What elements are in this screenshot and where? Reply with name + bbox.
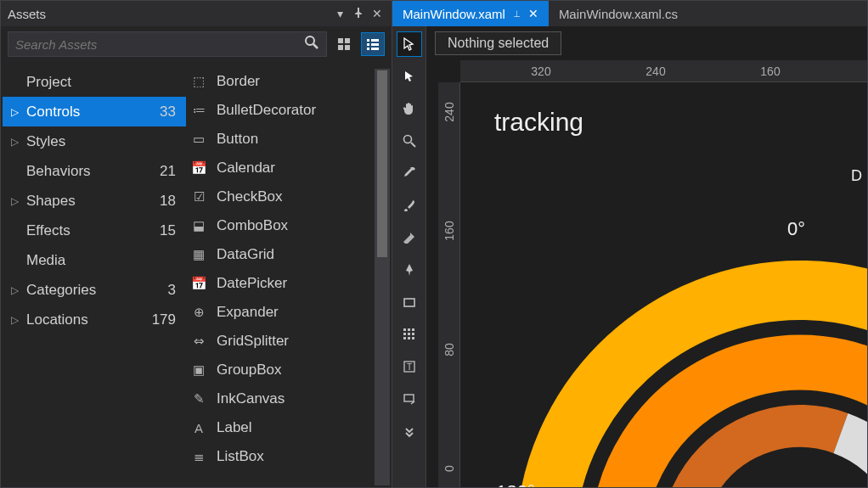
list-view-icon[interactable] [361, 32, 385, 56]
control-label: ListBox [217, 448, 264, 465]
gauge-chart: 0° -130° [507, 235, 867, 487]
brush-tool-icon[interactable] [397, 193, 422, 218]
datepicker-icon: 📅 [189, 274, 208, 293]
svg-rect-18 [403, 333, 406, 335]
category-count: 21 [160, 163, 176, 180]
close-icon[interactable]: ✕ [369, 7, 385, 20]
button-icon: ▭ [189, 130, 208, 149]
control-item-checkbox[interactable]: ☑ CheckBox [186, 182, 375, 211]
svg-rect-5 [345, 45, 350, 50]
calendar-icon: 📅 [189, 159, 208, 177]
tab-mainwindow-xaml[interactable]: MainWindow.xaml⟂ ✕ [392, 1, 549, 26]
pin-icon[interactable] [351, 7, 366, 20]
tab-mainwindow-xaml-cs[interactable]: MainWindow.xaml.cs [549, 1, 688, 26]
category-label: Styles [26, 133, 176, 150]
grid-view-icon[interactable] [332, 32, 356, 56]
control-item-button[interactable]: ▭ Button [186, 125, 375, 154]
design-toolbar: T [392, 26, 426, 487]
rect-tool-icon[interactable] [397, 289, 422, 315]
search-row [1, 26, 392, 62]
gridsplitter-icon: ⇔ [189, 332, 208, 351]
control-item-groupbox[interactable]: ▣ GroupBox [186, 356, 375, 384]
category-label: Categories [26, 282, 168, 299]
svg-rect-21 [403, 337, 406, 339]
eraser-icon[interactable] [397, 225, 422, 250]
zoom-tool-icon[interactable] [397, 128, 422, 154]
control-item-gridsplitter[interactable]: ⇔ GridSplitter [186, 327, 375, 356]
svg-rect-8 [367, 43, 369, 46]
pin-icon[interactable]: ⟂ [514, 8, 520, 20]
gauge-label-top: 0° [787, 218, 805, 240]
checkbox-icon: ☑ [189, 188, 208, 206]
scrollbar[interactable] [375, 69, 390, 485]
category-item-effects[interactable]: Effects 15 [3, 216, 186, 245]
category-count: 3 [168, 282, 176, 299]
controls-list: ⬚ Border≔ BulletDecorator▭ Button📅 Calen… [186, 67, 375, 487]
control-tool-icon[interactable] [397, 386, 422, 412]
category-label: Project [26, 74, 176, 91]
more-tools-icon[interactable] [397, 418, 422, 444]
control-item-datepicker[interactable]: 📅 DatePicker [186, 269, 375, 298]
control-label: BulletDecorator [217, 102, 316, 119]
category-item-controls[interactable]: ▷ Controls 33 [3, 97, 186, 126]
tab-label: MainWindow.xaml.cs [559, 7, 678, 21]
control-label: DatePicker [217, 275, 287, 292]
selection-tool-icon[interactable] [397, 31, 422, 57]
search-icon[interactable] [304, 35, 319, 54]
control-item-combobox[interactable]: ⬓ ComboBox [186, 211, 375, 240]
chevron-right-icon: ▷ [11, 136, 26, 148]
control-item-listbox[interactable]: ≣ ListBox [186, 442, 375, 471]
chevron-right-icon: ▷ [11, 106, 26, 118]
svg-rect-2 [338, 38, 343, 43]
category-item-categories[interactable]: ▷ Categories 3 [3, 275, 186, 305]
category-item-project[interactable]: Project [3, 67, 186, 97]
gauge-arc-inner [681, 426, 841, 487]
canvas-area: T Nothing selected 32024016080 240160800… [392, 26, 867, 487]
selection-label: Nothing selected [435, 31, 561, 55]
control-item-border[interactable]: ⬚ Border [186, 67, 375, 96]
control-item-label[interactable]: A Label [186, 413, 375, 442]
eyedropper-icon[interactable] [397, 160, 422, 186]
category-label: Shapes [26, 193, 160, 210]
svg-rect-7 [371, 39, 379, 42]
pan-tool-icon[interactable] [397, 96, 422, 121]
design-canvas[interactable]: tracking D 0° -130° [460, 82, 867, 487]
category-item-locations[interactable]: ▷ Locations 179 [3, 305, 186, 334]
control-label: Expander [217, 304, 279, 321]
pen-tool-icon[interactable] [397, 257, 422, 283]
svg-text:T: T [406, 362, 411, 372]
search-box[interactable] [8, 31, 327, 57]
category-list: Project ▷ Controls 33▷ Styles Behaviors … [1, 67, 186, 487]
control-item-calendar[interactable]: 📅 Calendar [186, 154, 375, 182]
category-item-media[interactable]: Media [3, 245, 186, 275]
chevron-right-icon: ▷ [11, 314, 26, 326]
close-icon[interactable]: ✕ [528, 7, 538, 20]
category-item-styles[interactable]: ▷ Styles [3, 126, 186, 156]
control-item-expander[interactable]: ⊕ Expander [186, 298, 375, 327]
datagrid-icon: ▦ [189, 245, 208, 264]
control-item-datagrid[interactable]: ▦ DataGrid [186, 240, 375, 269]
text-tool-icon[interactable]: T [397, 354, 422, 379]
dropdown-icon[interactable]: ▾ [332, 7, 347, 20]
grid-tool-icon[interactable] [397, 322, 422, 347]
canvas-title: tracking [494, 108, 583, 137]
svg-rect-20 [412, 333, 414, 335]
category-item-shapes[interactable]: ▷ Shapes 18 [3, 186, 186, 216]
category-count: 15 [160, 222, 176, 239]
control-item-inkcanvas[interactable]: ✎ InkCanvas [186, 384, 375, 413]
vertical-ruler[interactable]: 240160800 [438, 82, 460, 487]
category-label: Controls [26, 104, 160, 121]
search-input[interactable] [15, 37, 304, 52]
control-label: CheckBox [217, 188, 282, 205]
direct-select-icon[interactable] [397, 64, 422, 89]
tab-label: MainWindow.xaml [403, 7, 505, 21]
svg-line-1 [313, 44, 318, 48]
horizontal-ruler[interactable]: 32024016080 [460, 60, 867, 82]
svg-rect-14 [404, 299, 414, 306]
scrollbar-thumb[interactable] [377, 70, 387, 257]
editor-area: MainWindow.xaml⟂ ✕MainWindow.xaml.cs [392, 0, 868, 488]
gauge-label-left: -130° [490, 481, 535, 487]
listbox-icon: ≣ [189, 447, 208, 466]
control-item-bulletdecorator[interactable]: ≔ BulletDecorator [186, 96, 375, 125]
category-item-behaviors[interactable]: Behaviors 21 [3, 156, 186, 186]
